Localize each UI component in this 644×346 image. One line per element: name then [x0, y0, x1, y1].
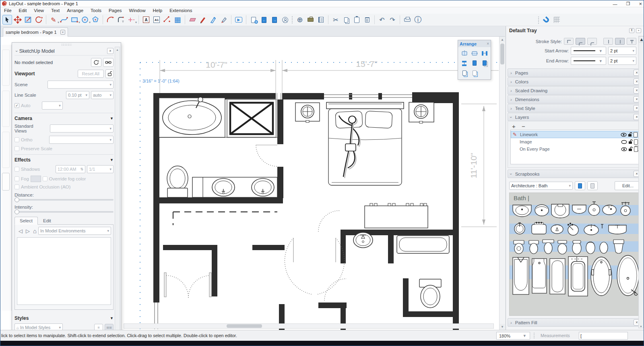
panel-header[interactable]: › SketchUp Model ×: [14, 47, 114, 56]
forward-icon[interactable]: ▷: [26, 228, 30, 234]
distance-slider[interactable]: [14, 199, 114, 201]
toolbar-drag-handle[interactable]: [291, 16, 293, 24]
page-icon[interactable]: [634, 139, 638, 145]
document-tab[interactable]: sample bedroom - Page 1 ×: [3, 27, 68, 37]
measurements-drag-handle[interactable]: [533, 332, 535, 339]
line-tool-icon[interactable]: ✎▾: [49, 15, 58, 25]
scroll-up-icon[interactable]: ▲: [500, 37, 505, 43]
rectangle-tool-icon[interactable]: ▾: [70, 15, 79, 25]
section-scaled-drawing[interactable]: ›Scaled Drawing×: [508, 86, 643, 95]
layer-row-linework[interactable]: ✎ Linework: [511, 131, 640, 138]
measurements-input[interactable]: [579, 332, 628, 340]
unlocked-icon[interactable]: [628, 132, 632, 137]
menu-edit[interactable]: Edit: [15, 8, 31, 13]
menu-extensions[interactable]: Extensions: [166, 8, 196, 13]
style-tool-icon[interactable]: [198, 15, 208, 25]
copy-icon[interactable]: [341, 15, 351, 25]
new-scrapbook-button[interactable]: [575, 181, 585, 190]
collapse-triangle-icon[interactable]: ▼: [110, 158, 114, 162]
scroll-down-icon[interactable]: ▼: [500, 324, 505, 330]
remove-layer-button[interactable]: −: [522, 123, 525, 130]
shadows-checkbox[interactable]: [14, 167, 19, 172]
arc-tool-icon[interactable]: [105, 15, 115, 25]
send-backward-icon[interactable]: [460, 68, 469, 78]
tray-pin-icon[interactable]: ⊼: [629, 28, 634, 33]
move-tool-icon[interactable]: [13, 15, 23, 25]
info-icon[interactable]: ⓘ: [413, 15, 423, 25]
center-vertically-icon[interactable]: [470, 48, 479, 58]
maximize-button[interactable]: ❐: [626, 1, 630, 6]
link-model-button[interactable]: [103, 58, 114, 67]
override-fog-checkbox[interactable]: [43, 176, 47, 181]
ortho-scale-dropdown[interactable]: ▾: [49, 136, 114, 144]
presentation-icon[interactable]: ▶: [234, 15, 244, 25]
tray-scrollbar[interactable]: ▲ ▼: [638, 36, 644, 328]
edit-scrapbook-button[interactable]: Edit...: [615, 181, 641, 190]
panel-scrollbar[interactable]: ▲ ▼: [115, 47, 120, 338]
panel-drag-handle[interactable]: [61, 44, 72, 46]
table-tool-icon[interactable]: ▦: [173, 15, 182, 25]
reset-all-button[interactable]: Reset All: [78, 70, 104, 78]
environments-dropdown[interactable]: In Model Environments▾: [38, 227, 111, 235]
unlocked-icon[interactable]: [628, 139, 633, 144]
section-text-style[interactable]: ›Text Style×: [508, 104, 643, 112]
refresh-model-button[interactable]: [91, 58, 101, 67]
scroll-up-icon[interactable]: ▲: [639, 36, 644, 43]
zoom-tool-icon[interactable]: ⊕: [295, 15, 305, 25]
collapse-triangle-icon[interactable]: ▼: [110, 116, 114, 120]
scroll-up-icon[interactable]: ▲: [115, 47, 120, 52]
scrapbook-library-dropdown[interactable]: Architecture : Bath▾: [509, 182, 573, 190]
line-scale-mode-dropdown[interactable]: auto▾: [91, 91, 114, 99]
eyedropper-tool-icon[interactable]: [208, 15, 218, 25]
object-snap-icon[interactable]: [541, 15, 551, 25]
shadow-time-spinner[interactable]: 12:00 AM⇅: [56, 165, 85, 173]
rotate-tool-icon[interactable]: [34, 15, 43, 25]
scrapbook-preview[interactable]: Bath |: [509, 193, 641, 316]
center-horizontally-icon[interactable]: [460, 48, 469, 58]
fillet-tool-icon[interactable]: [116, 15, 126, 25]
menu-tools[interactable]: Tools: [87, 8, 105, 13]
zoom-level-dropdown[interactable]: 180% ▾: [496, 332, 530, 340]
panel-close-icon[interactable]: ×: [107, 48, 114, 54]
paste-icon[interactable]: [352, 15, 361, 25]
auto-checkbox[interactable]: ✓: [14, 103, 19, 108]
section-pages[interactable]: ›Pages×: [508, 68, 643, 77]
auto-render-dropdown[interactable]: ▾: [42, 102, 63, 110]
page-icon[interactable]: [634, 132, 638, 137]
floor-plan-drawing[interactable]: 3/16" = 1'-0" (1:64) 10'-7" 15'-7" 11'-1…: [139, 37, 500, 330]
section-layers[interactable]: ›Layers×: [508, 113, 643, 121]
line-scale-value-dropdown[interactable]: 0.10 pt▾: [66, 91, 89, 99]
end-arrow-size-dropdown[interactable]: 2 pt▾: [608, 57, 636, 65]
scroll-down-icon[interactable]: ▼: [639, 325, 643, 328]
menu-pages[interactable]: Pages: [105, 8, 126, 13]
cap-square-button[interactable]: [627, 38, 636, 45]
section-scrapbooks[interactable]: ›Scrapbooks×: [508, 170, 643, 178]
preserve-scale-checkbox[interactable]: [14, 146, 19, 151]
account-icon[interactable]: [280, 15, 290, 25]
join-round-button[interactable]: [576, 38, 585, 45]
fog-checkbox[interactable]: [14, 176, 19, 181]
shared-pages-icon[interactable]: [634, 147, 638, 152]
start-arrow-style-dropdown[interactable]: ▾: [571, 47, 606, 55]
delete-icon[interactable]: [362, 15, 372, 25]
ortho-checkbox[interactable]: [14, 137, 19, 142]
tab-edit[interactable]: Edit: [38, 217, 56, 225]
space-vertically-icon[interactable]: [460, 58, 469, 68]
select-tool-icon[interactable]: [2, 15, 12, 25]
arrange-header[interactable]: Arrange ×: [458, 40, 491, 47]
previous-page-icon[interactable]: ←: [259, 15, 269, 25]
canvas-horizontal-scrollbar[interactable]: [124, 323, 494, 329]
arrange-close-icon[interactable]: ×: [487, 41, 489, 46]
lock-viewport-icon[interactable]: [105, 69, 114, 78]
ao-checkbox[interactable]: [14, 184, 19, 189]
bring-forward-icon[interactable]: [480, 58, 489, 68]
layer-row-image[interactable]: Image: [511, 138, 640, 145]
section-colors[interactable]: ›Colors×: [508, 77, 643, 86]
menu-text[interactable]: Text: [47, 8, 63, 13]
label-tool-icon[interactable]: A1: [152, 15, 161, 25]
glue-tool-icon[interactable]: [219, 15, 229, 25]
tab-select[interactable]: Select: [14, 217, 38, 225]
menu-help[interactable]: Help: [149, 8, 166, 13]
add-layer-button[interactable]: +: [512, 123, 516, 130]
layer-row-on-every-page[interactable]: On Every Page: [511, 145, 640, 153]
